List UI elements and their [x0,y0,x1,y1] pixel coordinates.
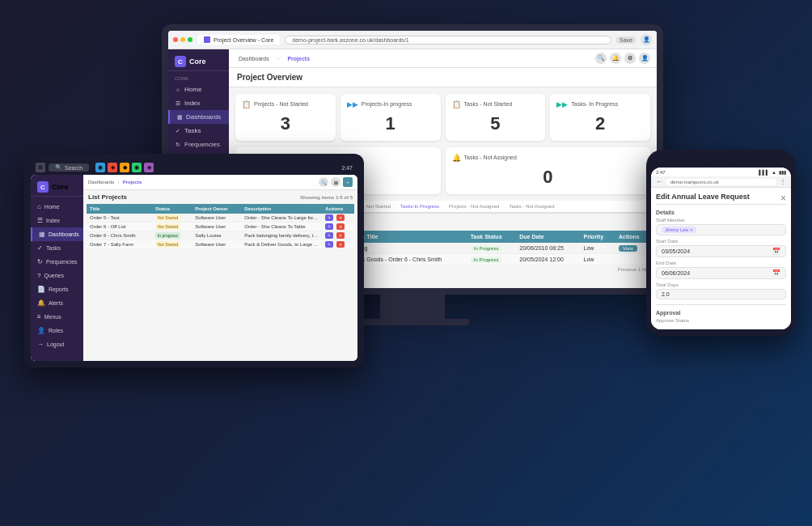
tablet-delete-btn-1[interactable]: ✕ [336,214,345,221]
phone-more-btn[interactable]: ⋮ [780,178,786,185]
tablet-delete-btn-2[interactable]: ✕ [336,223,345,230]
tablet-sidebar-tasks[interactable]: ✓ Tasks [31,241,83,255]
tablet-sidebar-index[interactable]: ☰ Index [31,214,83,227]
tablet-col-title: Title [87,204,152,214]
address-bar[interactable]: demo-project-hark.aszone.co.uk/dashboard… [285,36,611,45]
tablet-nav-projects[interactable]: Projects [123,180,142,185]
start-icon[interactable]: ⊞ [36,163,45,172]
tablet-sidebar-menus[interactable]: ≡ Menus [31,310,83,324]
tablet-search-btn[interactable]: 🔍 [319,177,328,187]
phone-back-btn[interactable]: ← [656,178,662,185]
tablet-cell-title-3: Order 6 - Chris Smith [87,231,152,240]
browser-window-controls [173,37,192,42]
tablet-cell-owner-1: Software User [192,214,241,223]
col-task-status: Task Status [466,231,515,243]
tablet-sidebar-reports[interactable]: 📄 Reports [31,282,83,296]
tablet-nav-actions: 🔍 ⊞ + [319,177,353,187]
phone-input-start[interactable]: 03/05/2024 📅 [656,245,786,257]
nav-projects[interactable]: Projects [284,54,313,63]
tablet-alerts-label: Alerts [49,300,63,306]
tablet-filter-btn[interactable]: ⊞ [331,177,340,187]
tablet-tasks-label: Tasks [46,245,61,251]
staff-chip: Jimmy Lee × [662,227,696,233]
phone-close-btn[interactable]: × [780,193,786,204]
phone-section-details: Details [656,210,786,215]
taskbar-app-3[interactable]: ◆ [120,163,129,172]
tab-tasks-in-progress[interactable]: Tasks-In Progress [395,201,444,214]
phone-input-staff[interactable]: Jimmy Lee × [656,224,786,235]
calendar-icon-end[interactable]: 📅 [772,269,780,277]
taskbar-app-2[interactable]: ◈ [108,163,117,172]
tab-tasks-not-assigned[interactable]: Tasks - Not Assigned [504,201,559,212]
taskbar-search[interactable]: 🔍 Search [49,163,89,172]
frequencies-icon: ↻ [175,142,181,148]
nav-dashboards[interactable]: Dashboards [235,54,273,63]
tablet-sidebar: C Core ⌂ Home ☰ Index ▦ Dashboards [31,175,83,361]
phone-address-bar[interactable]: demo-trampcors.co.uk [666,179,776,185]
sidebar-item-home[interactable]: ⌂ Home [168,83,229,96]
sidebar-item-index[interactable]: ☰ Index [168,96,229,110]
signal-icon: ▌▌▌ [759,170,769,175]
tablet-queries-icon: ? [37,272,40,279]
tablet-col-actions: Actions [322,204,354,214]
search-icon-btn[interactable]: 🔍 [595,53,607,64]
top-nav: Dashboards › Projects 🔍 🔔 ⚙ 👤 [229,49,657,68]
tablet-sidebar-alerts[interactable]: 🔔 Alerts [31,296,83,310]
chip-remove[interactable]: × [690,227,693,232]
cell-status-2: In Progress [466,254,515,265]
tablet-cell-title-1: Order 5 - Test [87,214,152,223]
tablet-sidebar-roles[interactable]: 👤 Roles [31,324,83,337]
tablet-home-label: Home [44,204,60,210]
tablet-sidebar-queries[interactable]: ? Queries [31,269,83,282]
cell-date-1: 20/06/2010 08:25 [514,243,578,254]
browser-tab[interactable]: Project Overview - Core [197,35,280,45]
tablet-cell-status-2: Not Started [152,223,192,231]
table-row: Order 6 - Chris Smith In progress Sally … [87,231,354,240]
start-date-value: 03/05/2024 [662,248,690,254]
notifications-icon-btn[interactable]: 🔔 [610,53,621,64]
tablet-cell-title-2: Order 6 - Off List [87,223,152,231]
taskbar-app-5[interactable]: ◈ [144,163,154,172]
tablet-cell-status-3: In progress [152,231,192,240]
minimize-window-btn[interactable] [180,37,185,42]
stat-label-2: Projects-In progress [362,101,412,108]
tab-projects-not-assigned[interactable]: Projects - Not Assigned [444,201,504,212]
tablet-add-btn[interactable]: + [343,177,353,187]
tablet-sidebar-dashboards[interactable]: ▦ Dashboards [31,227,83,241]
taskbar-app-4[interactable]: ◉ [132,163,142,172]
maximize-window-btn[interactable] [188,37,192,42]
sidebar-section: CORE [168,74,229,83]
view-button-1[interactable]: View [619,245,637,252]
dashboards-icon: ▦ [176,114,183,121]
close-window-btn[interactable] [173,37,178,42]
tablet-sidebar-logout[interactable]: → Logout [31,337,83,351]
tablet-edit-btn-1[interactable]: ✎ [325,214,333,221]
taskbar-app-1[interactable]: ◉ [95,163,105,172]
tablet-reports-icon: 📄 [37,286,45,293]
tablet-edit-btn-3[interactable]: ✎ [325,232,333,239]
sidebar-item-dashboards[interactable]: ▦ Dashboards [168,110,229,124]
tablet-sidebar-home[interactable]: ⌂ Home [31,200,83,214]
tablet-delete-btn-3[interactable]: ✕ [336,232,345,239]
tablet-delete-btn-4[interactable]: ✕ [336,241,345,248]
settings-icon-btn[interactable]: ⚙ [624,53,636,64]
tablet-edit-btn-2[interactable]: ✎ [325,223,333,230]
stat-value-6: 0 [452,167,645,188]
sidebar-item-frequencies[interactable]: ↻ Frequencies [168,138,229,151]
tablet-sidebar-freq[interactable]: ↻ Frequencies [31,255,83,269]
tablet-cell-status-1: Not Started [152,214,192,223]
tablet-edit-btn-4[interactable]: ✎ [325,241,333,248]
phone-input-days[interactable]: 2.0 [656,289,786,299]
taskbar-time: 2:47 [341,165,353,171]
tablet-logout-icon: → [37,341,44,348]
phone-field-start: Start Date 03/05/2024 📅 [656,239,786,257]
user-icon-btn[interactable]: 👤 [639,53,650,64]
sidebar-item-tasks[interactable]: ✓ Tasks [168,124,229,138]
phone-form-title: Edit Annual Leave Request [656,193,750,201]
save-button[interactable]: Save [616,36,636,44]
tablet-nav-dashboards[interactable]: Dashboards [88,180,114,185]
calendar-icon-start[interactable]: 📅 [772,248,780,255]
profile-icon[interactable]: 👤 [641,34,652,45]
phone-input-end[interactable]: 06/06/2024 📅 [656,267,786,279]
stat-tasks-in-progress: ▶▶ Tasks- In Progress 2 [550,94,650,141]
